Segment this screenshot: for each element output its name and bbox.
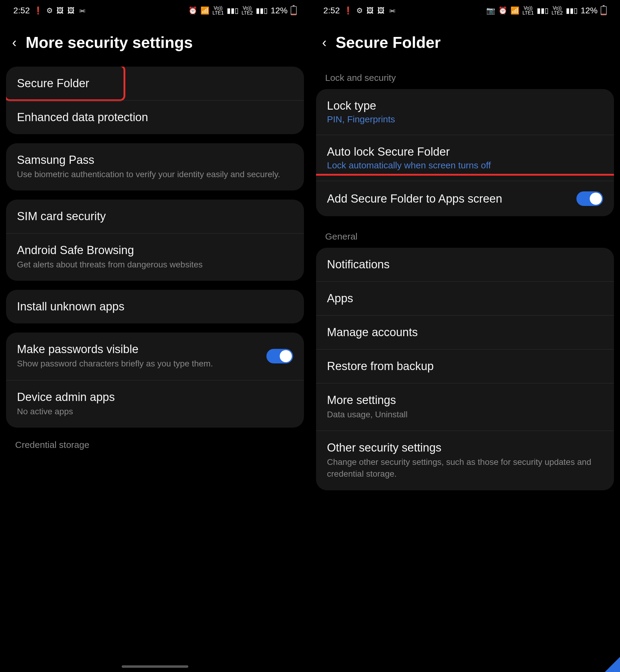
- item-subtitle: Use biometric authentication to verify y…: [17, 169, 293, 180]
- link-icon: ⫘: [389, 6, 396, 15]
- item-subtitle: Show password characters briefly as you …: [17, 358, 260, 370]
- wifi-icon: 📶: [510, 6, 519, 15]
- item-title: Restore from backup: [327, 360, 603, 373]
- battery-percent: 12%: [581, 6, 598, 15]
- settings-card: SIM card security Android Safe Browsing …: [6, 200, 304, 281]
- settings-item-apps[interactable]: Apps: [316, 281, 614, 315]
- settings-item-notifications[interactable]: Notifications: [316, 248, 614, 281]
- settings-card: Samsung Pass Use biometric authenticatio…: [6, 143, 304, 190]
- page-title: More security settings: [26, 33, 193, 51]
- settings-item-sim-security[interactable]: SIM card security: [6, 200, 304, 233]
- sim1-signal-icon: Vo))LTE1: [212, 6, 224, 15]
- item-title: Auto lock Secure Folder: [327, 145, 603, 158]
- warning-icon: ❗: [344, 6, 353, 15]
- settings-item-device-admin[interactable]: Device admin apps No active apps: [6, 380, 304, 428]
- settings-item-add-to-apps[interactable]: Add Secure Folder to Apps screen: [316, 181, 614, 216]
- settings-item-more-settings[interactable]: More settings Data usage, Uninstall: [316, 383, 614, 431]
- signal-icon: ▮▮▯: [256, 6, 268, 15]
- settings-item-auto-lock[interactable]: Auto lock Secure Folder Lock automatical…: [316, 135, 614, 181]
- alarm-icon: ⏰: [188, 6, 197, 15]
- settings-item-passwords-visible[interactable]: Make passwords visible Show password cha…: [6, 333, 304, 380]
- item-title: Notifications: [327, 258, 603, 271]
- settings-card: Make passwords visible Show password cha…: [6, 333, 304, 427]
- section-general: General: [316, 225, 614, 248]
- item-title: Samsung Pass: [17, 153, 293, 166]
- gear-icon: ⚙: [46, 6, 53, 15]
- settings-item-safe-browsing[interactable]: Android Safe Browsing Get alerts about t…: [6, 233, 304, 281]
- toggle-add-to-apps[interactable]: [576, 191, 603, 206]
- item-title: SIM card security: [17, 210, 293, 223]
- alarm-icon: ⏰: [498, 6, 507, 15]
- page-title: Secure Folder: [336, 33, 441, 51]
- signal-icon: ▮▮▯: [227, 6, 239, 15]
- item-title: Make passwords visible: [17, 343, 260, 356]
- section-credential-storage: Credential storage: [6, 437, 304, 456]
- page-header: ‹ Secure Folder: [316, 21, 614, 66]
- settings-item-secure-folder[interactable]: Secure Folder: [6, 66, 304, 100]
- status-bar: 2:52 ❗ ⚙ 🖼 🖼 ⫘ ⏰ 📶 Vo))LTE1 ▮▮▯ Vo))LTE2…: [6, 0, 304, 21]
- picture-icon: 🖼: [377, 6, 385, 15]
- back-icon[interactable]: ‹: [12, 35, 17, 50]
- settings-card: Notifications Apps Manage accounts Resto…: [316, 248, 614, 490]
- battery-percent: 12%: [271, 6, 288, 15]
- settings-card: Lock type PIN, Fingerprints Auto lock Se…: [316, 89, 614, 216]
- status-time: 2:52: [13, 6, 30, 15]
- signal-icon: ▮▮▯: [537, 6, 549, 15]
- nav-gesture-bar[interactable]: [122, 665, 188, 668]
- sim2-signal-icon: Vo))LTE2: [242, 6, 253, 15]
- item-subtitle: Lock automatically when screen turns off: [327, 160, 603, 171]
- link-icon: ⫘: [79, 6, 86, 15]
- battery-icon: [601, 6, 607, 15]
- settings-item-manage-accounts[interactable]: Manage accounts: [316, 315, 614, 349]
- status-bar: 2:52 ❗ ⚙ 🖼 🖼 ⫘ 📷 ⏰ 📶 Vo))LTE1 ▮▮▯ Vo))LT…: [316, 0, 614, 21]
- item-subtitle: Change other security settings, such as …: [327, 456, 603, 480]
- item-title: Apps: [327, 292, 603, 305]
- toggle-passwords-visible[interactable]: [266, 349, 293, 364]
- picture-icon: 🖼: [367, 6, 374, 15]
- sim2-signal-icon: Vo))LTE2: [552, 6, 563, 15]
- item-title: More settings: [327, 394, 603, 407]
- phone-right: 2:52 ❗ ⚙ 🖼 🖼 ⫘ 📷 ⏰ 📶 Vo))LTE1 ▮▮▯ Vo))LT…: [310, 0, 620, 672]
- item-title: Enhanced data protection: [17, 111, 293, 124]
- section-lock-security: Lock and security: [316, 66, 614, 89]
- wifi-icon: 📶: [200, 6, 209, 15]
- item-subtitle: PIN, Fingerprints: [327, 114, 603, 125]
- settings-item-other-security[interactable]: Other security settings Change other sec…: [316, 431, 614, 490]
- item-title: Add Secure Folder to Apps screen: [327, 192, 570, 205]
- warning-icon: ❗: [34, 6, 43, 15]
- item-title: Install unknown apps: [17, 300, 293, 313]
- item-title: Device admin apps: [17, 391, 293, 404]
- picture-icon: 🖼: [67, 6, 75, 15]
- settings-item-enhanced-data[interactable]: Enhanced data protection: [6, 100, 304, 134]
- status-time: 2:52: [323, 6, 340, 15]
- settings-item-lock-type[interactable]: Lock type PIN, Fingerprints: [316, 89, 614, 135]
- item-title: Other security settings: [327, 441, 603, 454]
- item-title: Manage accounts: [327, 326, 603, 339]
- picture-icon: 🖼: [57, 6, 64, 15]
- item-subtitle: Get alerts about threats from dangerous …: [17, 258, 293, 271]
- signal-icon: ▮▮▯: [566, 6, 578, 15]
- settings-card: Secure Folder Enhanced data protection: [6, 66, 304, 134]
- page-header: ‹ More security settings: [6, 21, 304, 66]
- item-title: Secure Folder: [17, 77, 293, 90]
- settings-item-restore-backup[interactable]: Restore from backup: [316, 349, 614, 383]
- gear-icon: ⚙: [356, 6, 363, 15]
- item-subtitle: No active apps: [17, 405, 293, 417]
- settings-item-install-unknown[interactable]: Install unknown apps: [6, 290, 304, 324]
- settings-item-samsung-pass[interactable]: Samsung Pass Use biometric authenticatio…: [6, 143, 304, 190]
- item-subtitle: Data usage, Uninstall: [327, 409, 603, 420]
- camera-icon: 📷: [486, 6, 495, 15]
- battery-icon: [291, 6, 297, 15]
- back-icon[interactable]: ‹: [322, 35, 327, 50]
- settings-card: Install unknown apps: [6, 290, 304, 324]
- item-title: Lock type: [327, 99, 603, 112]
- phone-left: 2:52 ❗ ⚙ 🖼 🖼 ⫘ ⏰ 📶 Vo))LTE1 ▮▮▯ Vo))LTE2…: [0, 0, 310, 672]
- sim1-signal-icon: Vo))LTE1: [522, 6, 534, 15]
- item-title: Android Safe Browsing: [17, 244, 293, 257]
- corner-tab-icon[interactable]: [605, 657, 620, 672]
